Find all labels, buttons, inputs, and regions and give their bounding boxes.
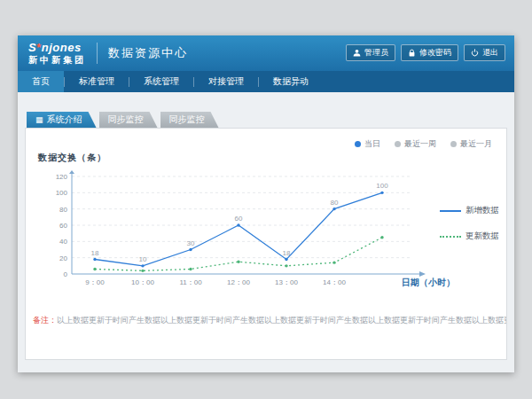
tab-sync-monitor-2-label: 同步监控 <box>169 113 205 126</box>
y-axis-title: 数据交换（条） <box>38 152 106 164</box>
tab-sync-monitor-1-label: 同步监控 <box>108 113 144 126</box>
dot-icon <box>355 141 361 147</box>
logo-text-pre: S <box>28 41 36 54</box>
svg-text:10: 10 <box>139 255 147 263</box>
legend-series-updated-data-label: 更新数据 <box>466 231 499 242</box>
legend-series-new-data-label: 新增数据 <box>466 205 499 216</box>
main-nav: 首页 标准管理 系统管理 对接管理 数据异动 <box>18 71 514 92</box>
legend-series-new-data[interactable]: 新增数据 <box>440 205 499 216</box>
grid-icon: ▦ <box>35 116 43 124</box>
header-actions: 管理员 修改密码 退出 <box>346 44 505 61</box>
tab-system-intro-label: 系统介绍 <box>47 113 82 126</box>
solid-line-icon <box>440 210 461 212</box>
svg-text:11：00: 11：00 <box>179 278 202 286</box>
dotted-line-icon <box>440 236 461 238</box>
brand-logo-text: S*njones <box>28 42 86 54</box>
power-icon <box>471 49 479 57</box>
svg-text:120: 120 <box>56 173 68 181</box>
svg-text:30: 30 <box>187 239 195 247</box>
nav-item-system-mgmt[interactable]: 系统管理 <box>129 71 193 92</box>
admin-user-button[interactable]: 管理员 <box>346 44 395 61</box>
nav-item-home[interactable]: 首页 <box>18 71 64 92</box>
legend-filter-today-label: 当日 <box>364 138 380 150</box>
dot-icon <box>450 141 457 147</box>
change-password-label: 修改密码 <box>419 47 451 59</box>
legend-filter-today[interactable]: 当日 <box>355 138 380 150</box>
svg-text:80: 80 <box>59 206 67 214</box>
app-window: S*njones 新中新集团 数据资源中心 管理员 修改密码 退出 首页 标准管… <box>18 35 514 372</box>
svg-text:14：00: 14：00 <box>323 278 346 286</box>
svg-text:60: 60 <box>235 215 243 223</box>
change-password-button[interactable]: 修改密码 <box>401 44 458 61</box>
lock-icon <box>408 49 416 57</box>
nav-item-integration-mgmt[interactable]: 对接管理 <box>194 71 258 92</box>
time-filter-legend: 当日 最近一周 最近一月 <box>355 138 492 150</box>
tab-sync-monitor-2[interactable]: 同步监控 <box>160 112 219 128</box>
remark-text: 以上数据更新于时间产生数据以上数据更新于时间产生数据以上数据更新于时间产生数据以… <box>57 316 506 325</box>
header-divider <box>97 43 98 64</box>
tab-system-intro[interactable]: ▦ 系统介绍 <box>27 112 97 128</box>
legend-filter-last-week-label: 最近一周 <box>404 138 436 150</box>
svg-text:18: 18 <box>283 249 291 257</box>
brand-logo: S*njones 新中新集团 <box>28 42 86 64</box>
svg-text:60: 60 <box>59 222 67 230</box>
dot-icon <box>395 141 401 147</box>
tab-sync-monitor-1[interactable]: 同步监控 <box>99 112 158 128</box>
logout-label: 退出 <box>482 47 498 59</box>
chart-panel: 当日 最近一周 最近一月 数据交换（条） 0204060801001209：00… <box>25 128 507 360</box>
svg-text:0: 0 <box>64 270 68 278</box>
svg-text:80: 80 <box>331 199 339 207</box>
svg-text:12：00: 12：00 <box>227 278 250 286</box>
tab-bar: ▦ 系统介绍 同步监控 同步监控 <box>27 112 219 128</box>
svg-text:100: 100 <box>376 182 388 190</box>
logout-button[interactable]: 退出 <box>464 44 505 61</box>
svg-text:10：00: 10：00 <box>131 278 154 286</box>
svg-text:20: 20 <box>59 254 67 262</box>
svg-text:40: 40 <box>59 238 67 246</box>
admin-user-label: 管理员 <box>364 47 388 59</box>
brand-company-name: 新中新集团 <box>28 55 86 65</box>
legend-filter-last-week[interactable]: 最近一周 <box>395 138 436 150</box>
series-legend: 新增数据 更新数据 <box>440 205 499 256</box>
nav-item-standard-mgmt[interactable]: 标准管理 <box>65 71 129 92</box>
remark-label: 备注： <box>33 316 57 325</box>
svg-text:100: 100 <box>56 189 68 197</box>
nav-item-data-change[interactable]: 数据异动 <box>259 71 323 92</box>
logo-text-post: njones <box>42 41 82 54</box>
svg-text:18: 18 <box>91 249 99 257</box>
line-chart: 0204060801001209：0010：0011：0012：0013：001… <box>49 169 430 299</box>
user-icon <box>353 49 361 57</box>
content-area: ▦ 系统介绍 同步监控 同步监控 当日 最近一周 <box>18 92 514 372</box>
legend-series-updated-data[interactable]: 更新数据 <box>440 231 499 242</box>
svg-text:13：00: 13：00 <box>275 278 298 286</box>
page-title: 数据资源中心 <box>108 45 188 61</box>
x-axis-title: 日期（小时） <box>402 277 455 289</box>
svg-text:9：00: 9：00 <box>85 278 105 286</box>
legend-filter-last-month-label: 最近一月 <box>460 138 492 150</box>
legend-filter-last-month[interactable]: 最近一月 <box>450 138 492 150</box>
remark-note: 备注：以上数据更新于时间产生数据以上数据更新于时间产生数据以上数据更新于时间产生… <box>26 315 506 326</box>
app-header: S*njones 新中新集团 数据资源中心 管理员 修改密码 退出 <box>18 35 514 71</box>
